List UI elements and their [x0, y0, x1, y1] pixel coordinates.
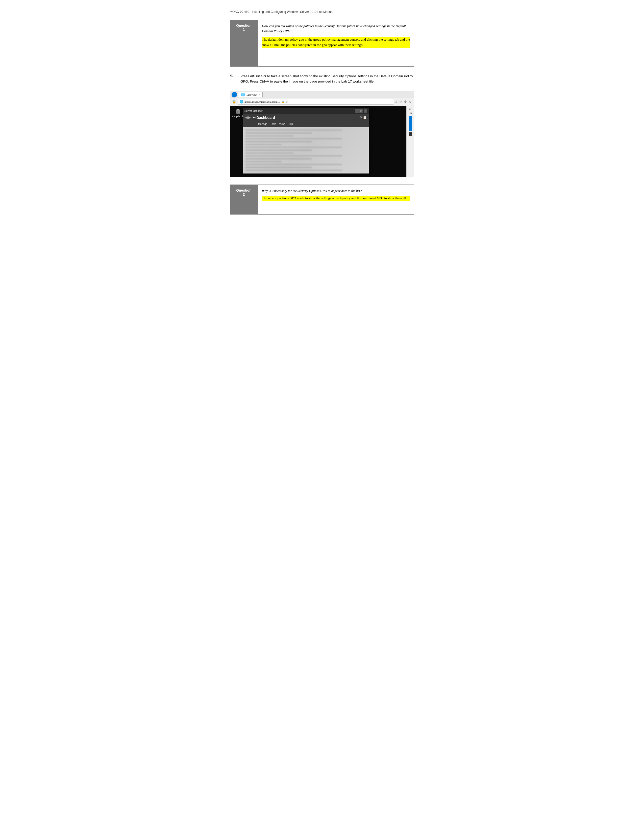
blurred-row-8 [245, 150, 312, 151]
browser-window-controls: ⌂ ☆ ⚙ ☺ [396, 100, 412, 104]
question2-label: Question 2 [230, 185, 258, 214]
blurred-row-14 [245, 167, 312, 168]
blurred-row-4 [245, 138, 342, 139]
blurred-row-11 [245, 158, 312, 159]
right-panel-ct: Ct [409, 108, 411, 111]
question1-italic-text: How can you tell which of the policies i… [262, 24, 410, 34]
step4-wrapper: 4. Press Alt+Prt Scr to take a screen sh… [230, 74, 414, 84]
blurred-row-3 [245, 135, 294, 137]
sm-content [243, 127, 369, 174]
screenshot-container: ← 🌐 Lab view × 🔒 🌐 https://moac.microsof… [230, 91, 414, 177]
star-icon[interactable]: ☆ [399, 100, 402, 104]
blurred-row-9 [245, 153, 294, 154]
server-manager-window: Server Manager − □ × ◀ ▶ •• Dashboard ⚙ … [243, 108, 369, 174]
close-btn[interactable]: × [364, 109, 367, 113]
server-manager-titlebar: Server Manager − □ × [243, 108, 369, 114]
question2-answer-cell: Why is it necessary for the Security Opt… [258, 185, 414, 214]
browser-top-row: ← 🌐 Lab view × [230, 92, 414, 98]
blurred-row-12 [245, 161, 282, 162]
sm-back-btn[interactable]: ◀ [245, 115, 248, 120]
blurred-row-1 [245, 130, 342, 131]
smiley-icon[interactable]: ☺ [409, 100, 412, 104]
sm-nav-buttons: ◀ ▶ [245, 115, 251, 120]
right-panel-blue-bar [409, 116, 412, 131]
question2-highlighted-answer: The security options GPO needs to show t… [262, 196, 410, 201]
server-manager-toolbar: ◀ ▶ •• Dashboard ⚙ 📋 [243, 114, 369, 121]
sm-menu-help[interactable]: Help [288, 123, 293, 125]
security-icon: 🔒 [232, 100, 236, 104]
right-panel-pa: Pa [409, 112, 412, 114]
server-manager-title: Server Manager [245, 109, 262, 113]
blurred-row-13 [245, 164, 342, 165]
settings-icon[interactable]: ⚙ [404, 100, 407, 104]
back-arrow-icon: ← [233, 93, 236, 96]
recycle-bin-svg [235, 108, 242, 114]
browser-back-button[interactable]: ← [232, 92, 237, 97]
page-header: MOAC 70-410 - Installing and Configuring… [230, 10, 414, 14]
recycle-bin-label: Recycle Bin [232, 115, 244, 117]
step4-number: 4. [230, 74, 237, 84]
question1-highlighted-answer: The default domain policy gpo in the gro… [262, 37, 410, 48]
svg-rect-1 [236, 109, 240, 110]
question1-table: Question 1 How can you tell which of the… [230, 20, 414, 67]
desktop-area: Recycle Bin Server Manager − □ × ◀ ▶ •• … [230, 106, 414, 177]
question1-label: Question 1 [230, 20, 258, 67]
sm-menu-view[interactable]: View [279, 123, 285, 125]
sm-content-blurred [243, 127, 369, 174]
blurred-row-7 [245, 147, 342, 148]
right-panel-square [409, 132, 412, 136]
taskbar: ⊞ IE 📁 ● ■ ▣ [230, 177, 414, 177]
sm-forward-btn[interactable]: ▶ [248, 115, 251, 120]
question2-table: Question 2 Why is it necessary for the S… [230, 185, 414, 215]
browser-chrome: 🔒 🌐 https://moac.microsoftlabsonli... 🔒 … [230, 98, 414, 106]
tab-label: Lab view [246, 93, 257, 96]
titlebar-controls: − □ × [355, 109, 367, 113]
home-icon[interactable]: ⌂ [396, 100, 397, 104]
tab-close-icon[interactable]: × [258, 93, 260, 96]
sm-menu-tools[interactable]: Tools [270, 123, 276, 125]
refresh-icon[interactable]: ↻ [285, 100, 288, 103]
minimize-btn[interactable]: − [355, 109, 359, 113]
svg-rect-2 [237, 109, 239, 109]
address-bar[interactable]: 🌐 https://moac.microsoftlabsonli... 🔒 ↻ [238, 99, 394, 105]
step4-text: Press Alt+Prt Scr to take a screen shot … [240, 74, 414, 84]
sm-dashboard-label: •• Dashboard [253, 116, 275, 120]
address-text: https://moac.microsoftlabsonli... [245, 100, 280, 103]
globe-icon: 🌐 [241, 93, 245, 96]
maximize-btn[interactable]: □ [359, 109, 363, 113]
blurred-row-10 [245, 155, 342, 156]
browser-tab[interactable]: 🌐 Lab view × [238, 92, 262, 97]
blurred-row-2 [245, 132, 312, 133]
blurred-row-15 [245, 170, 342, 171]
recycle-bin-icon[interactable]: Recycle Bin [232, 108, 244, 117]
page-icon: 🌐 [240, 100, 243, 104]
sm-toolbar-icons: ⚙ 📋 [359, 116, 367, 119]
question2-italic-text: Why is it necessary for the Security Opt… [262, 188, 410, 193]
sm-menu-bar: Manage Tools View Help [243, 121, 369, 127]
blurred-row-5 [245, 141, 312, 142]
lock-icon: 🔒 [281, 100, 284, 103]
question1-answer-cell: How can you tell which of the policies i… [258, 20, 414, 67]
sm-menu-manage[interactable]: Manage [258, 123, 267, 125]
browser-right-panel: Ct Pa [406, 106, 414, 177]
blurred-row-6 [245, 144, 282, 145]
